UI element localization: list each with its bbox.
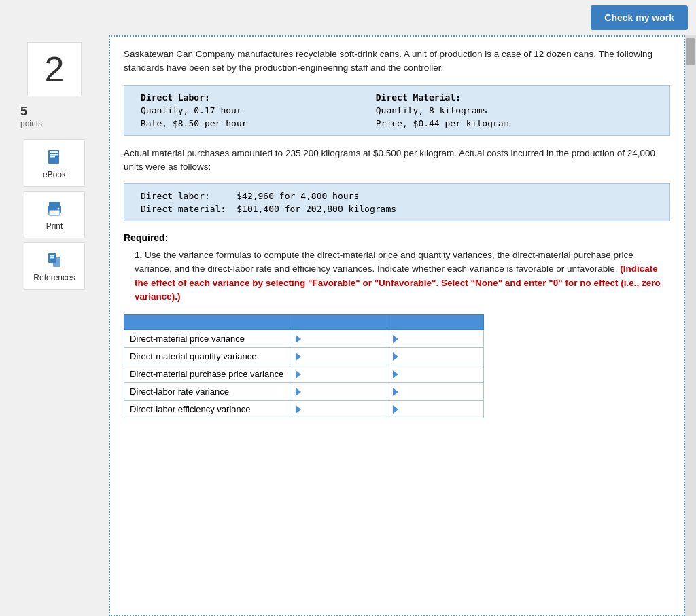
- scrollbar-thumb[interactable]: [686, 38, 695, 65]
- svg-rect-1: [50, 151, 58, 153]
- variance-input-cell-5a[interactable]: [290, 401, 387, 418]
- standards-labor-quantity: Quantity, 0.17 hour: [135, 104, 370, 117]
- variance-label-4: Direct-labor rate variance: [124, 383, 290, 401]
- variance-input-1b[interactable]: [401, 333, 478, 344]
- variance-input-2b[interactable]: [401, 351, 478, 361]
- svg-rect-3: [50, 156, 55, 158]
- variance-input-cell-1b[interactable]: [387, 330, 483, 348]
- variance-col-2-header: [387, 315, 483, 330]
- references-button[interactable]: References: [24, 242, 85, 290]
- item-text: Use the variance formulas to compute the…: [135, 250, 633, 274]
- required-label: Required:: [124, 232, 670, 243]
- question-number-box: 2: [27, 42, 82, 96]
- variance-input-cell-3a[interactable]: [290, 365, 387, 383]
- problem-text: Saskatewan Can Company manufactures recy…: [124, 48, 670, 75]
- actual-material-label: Direct material:: [135, 202, 231, 215]
- svg-rect-2: [50, 154, 58, 156]
- variance-table: Direct-material price variance: [124, 314, 484, 418]
- variance-input-cell-4a[interactable]: [290, 383, 387, 401]
- svg-rect-6: [49, 210, 60, 215]
- question-number: 2: [45, 49, 65, 90]
- actual-costs-table: Direct labor: $42,960 for 4,800 hours Di…: [124, 183, 670, 221]
- actual-text: Actual material purchases amounted to 23…: [124, 147, 670, 175]
- print-icon: [44, 198, 65, 219]
- variance-input-2a[interactable]: [304, 351, 381, 361]
- variance-input-cell-2a[interactable]: [290, 348, 387, 365]
- variance-label-2: Direct-material quantity variance: [124, 348, 290, 365]
- item-number: 1.: [135, 250, 142, 260]
- variance-input-5b[interactable]: [401, 404, 478, 414]
- ebook-button[interactable]: eBook: [24, 139, 85, 187]
- main-layout: 2 5 points eBook: [0, 35, 696, 616]
- actual-labor-label: Direct labor:: [135, 189, 231, 202]
- book-icon: [44, 147, 65, 167]
- points-label: points: [20, 119, 109, 128]
- arrow-icon-5b: [393, 405, 398, 414]
- content-area: Saskatewan Can Company manufactures recy…: [109, 35, 685, 616]
- variance-input-3b[interactable]: [401, 369, 478, 379]
- variance-label-3: Direct-material purchase price variance: [124, 365, 290, 383]
- standards-material-price: Price, $0.44 per kilogram: [370, 117, 659, 130]
- table-row: Direct-material quantity variance: [124, 348, 484, 365]
- variance-input-cell-1a[interactable]: [290, 330, 387, 348]
- svg-rect-11: [50, 257, 54, 259]
- standards-material-quantity: Quantity, 8 kilograms: [370, 104, 659, 117]
- ebook-label: eBook: [43, 170, 66, 179]
- table-row: Direct-material price variance: [124, 330, 484, 348]
- scrollbar[interactable]: [685, 35, 696, 616]
- variance-input-5a[interactable]: [304, 404, 381, 414]
- table-row: Direct-material purchase price variance: [124, 365, 484, 383]
- arrow-icon-2b: [393, 352, 398, 361]
- points-section: 5 points: [0, 105, 109, 128]
- variance-input-cell-3b[interactable]: [387, 365, 483, 383]
- arrow-icon-1b: [393, 335, 398, 343]
- arrow-icon-1a: [296, 335, 301, 343]
- variance-input-cell-2b[interactable]: [387, 348, 483, 365]
- sidebar: 2 5 points eBook: [0, 35, 109, 616]
- arrow-icon-4b: [393, 388, 398, 396]
- variance-input-cell-5b[interactable]: [387, 401, 483, 418]
- standards-header-material: Direct Material:: [370, 91, 659, 104]
- table-row: Direct-labor efficiency variance: [124, 401, 484, 418]
- arrow-icon-3b: [393, 370, 398, 378]
- svg-rect-10: [50, 255, 54, 257]
- svg-rect-4: [49, 202, 60, 206]
- variance-table-header-row: [124, 315, 484, 330]
- print-label: Print: [46, 221, 63, 231]
- svg-point-7: [58, 208, 60, 210]
- variance-label-1: Direct-material price variance: [124, 330, 290, 348]
- variance-input-4b[interactable]: [401, 386, 478, 397]
- table-row: Direct-labor rate variance: [124, 383, 484, 401]
- check-my-work-button[interactable]: Check my work: [591, 5, 688, 30]
- variance-table-container: Direct-material price variance: [124, 314, 670, 418]
- variance-input-cell-4b[interactable]: [387, 383, 483, 401]
- required-section: Required: 1. Use the variance formulas t…: [124, 232, 670, 304]
- actual-material-value: $101,400 for 202,800 kilograms: [231, 202, 402, 215]
- standards-labor-rate: Rate, $8.50 per hour: [135, 117, 370, 130]
- arrow-icon-2a: [296, 352, 301, 361]
- references-label: References: [33, 273, 75, 283]
- variance-label-5: Direct-labor efficiency variance: [124, 401, 290, 418]
- arrow-icon-4a: [296, 388, 301, 396]
- variance-input-1a[interactable]: [304, 333, 381, 344]
- top-bar: Check my work: [0, 0, 696, 35]
- variance-col-label-header: [124, 315, 290, 330]
- svg-rect-9: [53, 257, 60, 267]
- points-value: 5: [20, 105, 109, 119]
- required-item-1: 1. Use the variance formulas to compute …: [124, 249, 670, 304]
- variance-input-4a[interactable]: [304, 386, 381, 397]
- print-button[interactable]: Print: [24, 191, 85, 238]
- actual-labor-value: $42,960 for 4,800 hours: [231, 189, 402, 202]
- standards-header-labor: Direct Labor:: [135, 91, 370, 104]
- variance-col-1-header: [290, 315, 387, 330]
- references-icon: [44, 250, 65, 270]
- arrow-icon-3a: [296, 370, 301, 378]
- arrow-icon-5a: [296, 405, 301, 414]
- standards-table: Direct Labor: Direct Material: Quantity,…: [124, 85, 670, 136]
- variance-input-3a[interactable]: [304, 369, 381, 379]
